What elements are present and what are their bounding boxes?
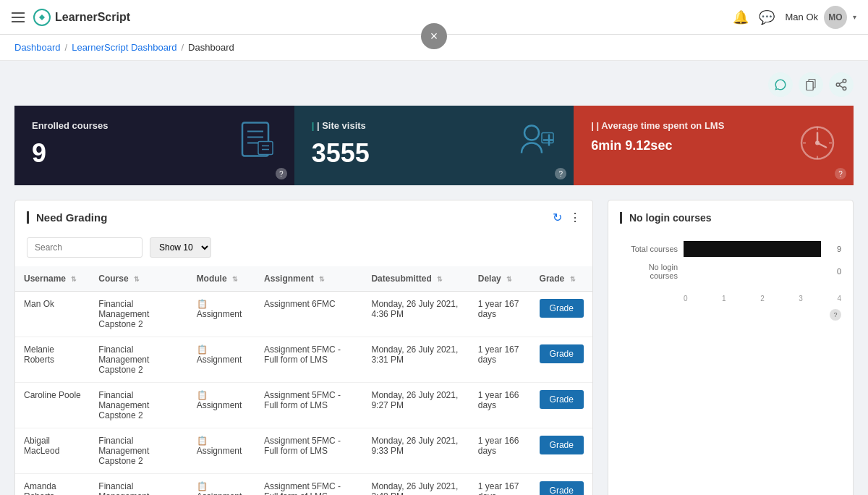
chart-help-icon[interactable]: ? — [830, 309, 841, 321]
grade-button[interactable]: Grade — [540, 436, 584, 454]
cell-course: Financial Management Capstone 2 — [90, 337, 187, 383]
whatsapp-button[interactable] — [768, 72, 793, 97]
col-username[interactable]: Username ⇅ — [15, 266, 90, 292]
need-grading-panel: Need Grading ↻ ⋮ Show 10 Show 25 Show 50 — [14, 200, 593, 495]
chart-row: Total courses 9 — [620, 241, 841, 257]
clipboard-icon — [804, 78, 817, 91]
refresh-button[interactable]: ↻ — [553, 211, 562, 224]
col-assignment[interactable]: Assignment ⇅ — [255, 266, 362, 292]
table-body: Man Ok Financial Management Capstone 2 📋… — [15, 292, 592, 496]
chart-row-label: Total courses — [620, 245, 678, 253]
cell-delay: 1 year 166 days — [469, 383, 531, 428]
chart-row-value: 9 — [827, 245, 841, 253]
cell-date: Monday, 26 July 2021, 3:48 PM — [362, 474, 469, 496]
cell-assignment: Assignment 5FMC - Full form of LMS — [255, 428, 362, 474]
x-axis-label: 0 — [684, 295, 688, 302]
search-input[interactable] — [27, 237, 142, 258]
grade-button[interactable]: Grade — [540, 299, 584, 318]
logo-icon — [33, 9, 51, 26]
user-avatar: MO — [824, 6, 847, 29]
grade-button[interactable]: Grade — [540, 344, 584, 363]
col-course[interactable]: Course ⇅ — [90, 266, 187, 292]
cell-date: Monday, 26 July 2021, 4:36 PM — [362, 292, 469, 337]
col-grade[interactable]: Grade ⇅ — [531, 266, 592, 292]
cell-assignment: Assignment 5FMC - Full form of LMS — [255, 383, 362, 428]
notification-icon[interactable]: 🔔 — [733, 9, 749, 25]
svg-rect-19 — [542, 133, 553, 143]
user-area[interactable]: Man Ok MO ▾ — [785, 6, 856, 29]
sort-username: ⇅ — [71, 276, 77, 283]
grade-button[interactable]: Grade — [540, 481, 584, 495]
sort-grade: ⇅ — [570, 276, 576, 283]
panel-actions: ↻ ⋮ — [553, 211, 581, 224]
site-visits-icon — [516, 120, 559, 172]
cell-assignment: Assignment 6FMC — [255, 292, 362, 337]
close-modal-button[interactable]: × — [421, 23, 447, 49]
col-delay[interactable]: Delay ⇅ — [469, 266, 531, 292]
table-row: Abigail MacLeod Financial Management Cap… — [15, 428, 592, 474]
chart-row: No login courses 0 — [620, 263, 841, 280]
logo: LearnerScript — [33, 9, 130, 26]
chart-row-value: 0 — [827, 267, 841, 276]
grading-table: Username ⇅ Course ⇅ Module ⇅ Assignment … — [15, 266, 592, 495]
stat-card-avg-time: | Average time spent on LMS 6min 9.12sec… — [574, 106, 854, 185]
module-icon: 📋 — [197, 390, 208, 400]
clipboard-button[interactable] — [799, 72, 823, 97]
cell-date: Monday, 26 July 2021, 3:31 PM — [362, 337, 469, 383]
breadcrumb-sep-1: / — [65, 42, 68, 53]
col-module[interactable]: Module ⇅ — [188, 266, 255, 292]
share-button[interactable] — [829, 72, 854, 97]
chat-icon[interactable]: 💬 — [759, 9, 775, 25]
sort-module: ⇅ — [232, 276, 238, 283]
cell-delay: 1 year 166 days — [469, 428, 531, 474]
table-row: Melanie Roberts Financial Management Cap… — [15, 337, 592, 383]
chart-help: ? — [620, 308, 841, 321]
topnav-right: 🔔 💬 Man Ok MO ▾ — [733, 6, 856, 29]
table-head: Username ⇅ Course ⇅ Module ⇅ Assignment … — [15, 266, 592, 292]
cell-module: 📋Assignment — [188, 383, 255, 428]
panel-header: Need Grading ↻ ⋮ — [15, 200, 592, 232]
chart-bar-wrap — [684, 263, 821, 279]
site-visits-help[interactable]: ? — [555, 168, 566, 179]
show-select[interactable]: Show 10 Show 25 Show 50 — [150, 237, 211, 258]
grade-button[interactable]: Grade — [540, 390, 584, 409]
breadcrumb-learnerscript[interactable]: LearnerScript Dashboard — [72, 42, 176, 53]
sort-delay: ⇅ — [506, 276, 512, 283]
x-axis-label: 4 — [837, 295, 841, 302]
enrolled-help[interactable]: ? — [276, 168, 287, 179]
svg-point-5 — [836, 83, 840, 87]
hamburger-menu[interactable] — [12, 12, 25, 22]
share-icon — [835, 78, 848, 91]
avg-time-icon — [796, 120, 839, 172]
breadcrumb-dashboard[interactable]: Dashboard — [14, 42, 61, 53]
panel-title: Need Grading — [27, 211, 107, 224]
cell-username: Melanie Roberts — [15, 337, 90, 383]
cell-course: Financial Management Capstone 2 — [90, 383, 187, 428]
cell-grade: Grade — [531, 337, 592, 383]
chevron-down-icon: ▾ — [853, 13, 856, 21]
whatsapp-icon — [774, 78, 787, 91]
col-datesubmitted[interactable]: Datesubmitted ⇅ — [362, 266, 469, 292]
cell-grade: Grade — [531, 474, 592, 496]
cell-grade: Grade — [531, 383, 592, 428]
svg-line-8 — [839, 82, 843, 84]
chart-bar — [684, 241, 821, 257]
chart-title: No login courses — [620, 212, 841, 224]
chart-bar-wrap — [684, 241, 821, 257]
enrolled-icon — [237, 120, 280, 172]
cell-module: 📋Assignment — [188, 337, 255, 383]
cell-delay: 1 year 167 days — [469, 337, 531, 383]
table-row: Amanda Roberts Financial Management Caps… — [15, 474, 592, 496]
avg-time-help[interactable]: ? — [835, 168, 846, 179]
stat-card-enrolled: Enrolled courses 9 ? — [14, 106, 294, 185]
stat-card-site-visits: | Site visits 3555 ? — [294, 106, 574, 185]
cell-module: 📋Assignment — [188, 292, 255, 337]
cell-grade: Grade — [531, 428, 592, 474]
cell-course: Financial Management Capstone 2 — [90, 428, 187, 474]
user-name: Man Ok — [785, 12, 818, 22]
cell-delay: 1 year 167 days — [469, 474, 531, 496]
svg-point-6 — [843, 87, 846, 90]
cell-module: 📋Assignment — [188, 428, 255, 474]
more-options-button[interactable]: ⋮ — [569, 211, 581, 224]
svg-point-23 — [815, 141, 820, 145]
